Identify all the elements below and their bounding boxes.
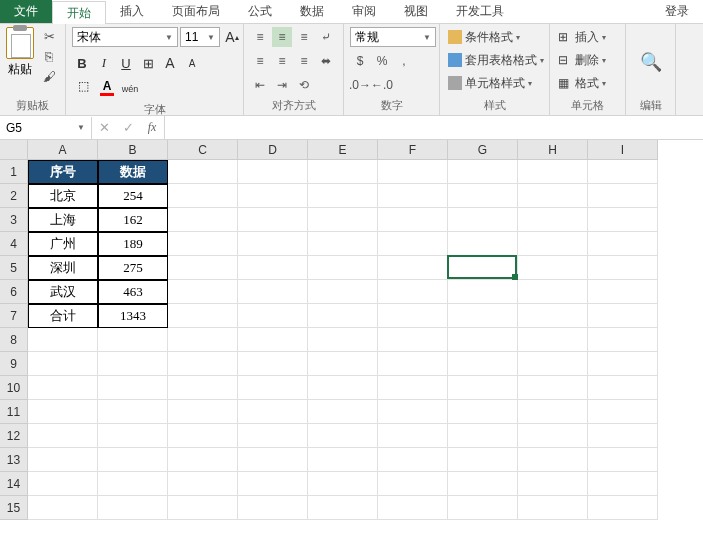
cell[interactable] xyxy=(238,400,308,424)
cell[interactable]: 数据 xyxy=(98,160,168,184)
cell[interactable] xyxy=(168,208,238,232)
cell[interactable] xyxy=(378,400,448,424)
cell[interactable] xyxy=(448,304,518,328)
increase-decimal-icon[interactable]: .0→ xyxy=(350,75,370,95)
tab-review[interactable]: 审阅 xyxy=(338,0,390,23)
cell[interactable] xyxy=(588,400,658,424)
cell[interactable] xyxy=(588,280,658,304)
cell[interactable] xyxy=(98,328,168,352)
cell[interactable] xyxy=(518,424,588,448)
format-cells-button[interactable]: ▦格式▾ xyxy=(556,73,608,93)
cell[interactable] xyxy=(378,472,448,496)
cell[interactable]: 合计 xyxy=(28,304,98,328)
column-header[interactable]: F xyxy=(378,140,448,160)
pinyin-button[interactable]: wén xyxy=(120,79,140,99)
column-header[interactable]: B xyxy=(98,140,168,160)
cell[interactable] xyxy=(168,496,238,520)
cell[interactable] xyxy=(168,232,238,256)
cell[interactable] xyxy=(168,304,238,328)
cell[interactable] xyxy=(308,160,378,184)
cell[interactable] xyxy=(168,160,238,184)
cell[interactable] xyxy=(588,448,658,472)
cell[interactable] xyxy=(168,256,238,280)
row-header[interactable]: 15 xyxy=(0,496,28,520)
column-header[interactable]: I xyxy=(588,140,658,160)
cell[interactable] xyxy=(168,328,238,352)
cell[interactable] xyxy=(308,376,378,400)
cell[interactable] xyxy=(518,376,588,400)
cell[interactable] xyxy=(448,352,518,376)
column-header[interactable]: A xyxy=(28,140,98,160)
cell[interactable] xyxy=(378,496,448,520)
tab-view[interactable]: 视图 xyxy=(390,0,442,23)
wrap-text-icon[interactable]: ⤶ xyxy=(316,27,336,47)
cell[interactable] xyxy=(308,448,378,472)
row-header[interactable]: 4 xyxy=(0,232,28,256)
formula-input[interactable] xyxy=(164,116,703,139)
row-header[interactable]: 8 xyxy=(0,328,28,352)
format-painter-icon[interactable]: 🖌 xyxy=(38,67,60,85)
cell[interactable] xyxy=(168,400,238,424)
italic-button[interactable]: I xyxy=(94,53,114,73)
cell[interactable] xyxy=(518,472,588,496)
cell[interactable] xyxy=(518,496,588,520)
row-header[interactable]: 10 xyxy=(0,376,28,400)
cell-styles-button[interactable]: 单元格样式▾ xyxy=(446,73,534,93)
cell[interactable] xyxy=(518,352,588,376)
cell[interactable] xyxy=(448,256,518,280)
cell[interactable] xyxy=(238,280,308,304)
paste-icon[interactable] xyxy=(6,27,34,59)
cell[interactable] xyxy=(308,472,378,496)
cell[interactable] xyxy=(448,472,518,496)
cell[interactable] xyxy=(98,496,168,520)
tab-insert[interactable]: 插入 xyxy=(106,0,158,23)
cell[interactable] xyxy=(448,376,518,400)
cell[interactable] xyxy=(28,472,98,496)
cell[interactable] xyxy=(238,448,308,472)
cell[interactable] xyxy=(448,448,518,472)
column-header[interactable]: D xyxy=(238,140,308,160)
row-header[interactable]: 12 xyxy=(0,424,28,448)
cancel-formula-icon[interactable]: ✕ xyxy=(92,120,116,135)
cell[interactable] xyxy=(518,280,588,304)
number-format-select[interactable]: 常规▼ xyxy=(350,27,436,47)
row-header[interactable]: 13 xyxy=(0,448,28,472)
column-header[interactable]: H xyxy=(518,140,588,160)
font-size-select[interactable]: 11▼ xyxy=(180,27,220,47)
bold-button[interactable]: B xyxy=(72,53,92,73)
column-header[interactable]: E xyxy=(308,140,378,160)
cell[interactable] xyxy=(448,400,518,424)
align-middle-icon[interactable]: ≡ xyxy=(272,27,292,47)
border-button[interactable]: ⊞ xyxy=(138,53,158,73)
cell[interactable] xyxy=(518,448,588,472)
cell[interactable] xyxy=(588,232,658,256)
cell[interactable]: 254 xyxy=(98,184,168,208)
cell[interactable] xyxy=(378,208,448,232)
name-box[interactable]: G5▼ xyxy=(0,117,92,139)
align-top-icon[interactable]: ≡ xyxy=(250,27,270,47)
cell[interactable] xyxy=(308,184,378,208)
cell[interactable] xyxy=(448,280,518,304)
cell[interactable] xyxy=(28,376,98,400)
cell[interactable] xyxy=(168,472,238,496)
cell[interactable] xyxy=(168,376,238,400)
cell[interactable] xyxy=(588,256,658,280)
cell[interactable] xyxy=(378,160,448,184)
column-header[interactable]: G xyxy=(448,140,518,160)
cell[interactable]: 1343 xyxy=(98,304,168,328)
cell[interactable] xyxy=(238,184,308,208)
cell[interactable] xyxy=(588,424,658,448)
cell[interactable] xyxy=(448,328,518,352)
cell[interactable] xyxy=(518,208,588,232)
row-header[interactable]: 5 xyxy=(0,256,28,280)
cell[interactable] xyxy=(518,328,588,352)
cell[interactable]: 广州 xyxy=(28,232,98,256)
cell[interactable] xyxy=(308,304,378,328)
orientation-icon[interactable]: ⟲ xyxy=(294,75,314,95)
cell[interactable] xyxy=(238,376,308,400)
cell[interactable] xyxy=(28,448,98,472)
paste-label[interactable]: 粘贴 xyxy=(8,61,32,78)
cell[interactable] xyxy=(98,376,168,400)
cell[interactable] xyxy=(238,352,308,376)
align-left-icon[interactable]: ≡ xyxy=(250,51,270,71)
